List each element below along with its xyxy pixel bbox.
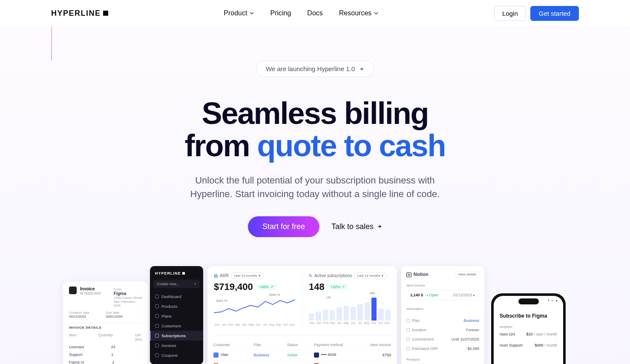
hero-line2a: from [184,129,257,163]
arr-icon [406,347,410,350]
hero-heading: Seamless billing from quote to cash [0,97,630,162]
customer-name: Notion [414,272,429,277]
info-value: Until 31/07/2025 [451,337,479,341]
sidebar-item-products[interactable]: Products [150,301,203,311]
month-tick: Jul [357,321,363,324]
chevron-down-icon [374,11,378,15]
month-tick: Oct [377,321,384,324]
arr-line-chart: $489.7K $658.7K DecJanFebMarAprMayJunJul… [214,296,296,327]
customer-detail-preview: NNotion View details Next invoice 1,140 … [401,266,484,364]
addr3: USA [114,304,142,307]
nav-product[interactable]: Product [224,9,254,17]
table-row[interactable]: Cron Custom Active •••• 1869 $490 [213,360,391,364]
chart-tooltip: $658.7K [269,293,280,296]
card-icon [314,353,319,358]
plus-icon: + [194,282,196,286]
next-invoice-card[interactable]: 1,140 $ Open 31/12/2023 ▸ [406,290,479,300]
th-plan: Plan [253,343,287,347]
due-date: 30/01/2024 [106,315,142,318]
company-icon [213,353,219,358]
nav-docs[interactable]: Docs [307,9,322,17]
table-row[interactable]: Alan Business Active •••• 8449 €750 [213,350,391,360]
sidebar-create-button[interactable]: Create new...+ [153,280,200,288]
invoice-number: N°2023-204 [80,291,101,295]
chart-tooltip: $489.7K [216,299,227,302]
product-preview-cluster: Invoice N°2023-204 From Figma 1256 Canon… [0,266,630,364]
announcement-text: We are launching Hyperline 1.0 [266,65,355,72]
period-select[interactable]: Last 12 months▾ [231,272,263,279]
invoices-icon [155,344,159,347]
line-item: Licenses [69,345,84,349]
arrow-right-icon [377,224,382,229]
subs-delta: +32% ↗ [328,284,348,290]
line-qty: 1 [112,360,114,364]
month-tick: Sep [275,323,282,326]
line-item: nses x24 [500,332,515,336]
sidebar-item-dashboard[interactable]: Dashboard [150,292,203,301]
dashboard-preview: ▤ARR Last 12 months▾ $719,400+48% ↗ $489… [207,266,397,364]
announcement-pill[interactable]: We are launching Hyperline 1.0 [256,60,374,77]
create-label: Create new... [157,282,179,286]
sidebar-item-plans[interactable]: Plans [150,311,203,321]
next-invoice: €750 [357,353,391,357]
sidebar-item-label: Coupons [161,353,178,358]
info-value: Business [463,318,479,323]
login-button[interactable]: Login [494,6,526,21]
info-heading: Information [406,307,479,311]
coupons-icon [155,353,159,357]
invoice-amount: 1,140 $ [410,293,423,297]
talk-to-sales-label: Talk to sales [331,222,374,231]
info-key: Plan [412,318,420,323]
arr-label: ARR [220,273,229,278]
chart-tooltip: 128 [326,296,331,299]
chevron-down-icon [250,11,254,15]
subs-label: Active subscriptions [314,273,352,278]
subs-value: 148 [309,281,325,292]
month-tick: Apr [336,321,343,324]
sidebar-item-customers[interactable]: Customers [150,321,203,331]
arr-icon: ▤ [214,273,218,278]
duration-icon [406,328,410,332]
col-unit: Uni (exc [135,333,142,341]
nav-pricing[interactable]: Pricing [270,9,291,17]
chevron-down-icon: ▾ [382,274,383,278]
month-tick: Feb [322,321,329,324]
arrow-right-icon [359,66,364,72]
sidebar-logo: HYPERLINE [150,270,203,280]
logo-mark-icon [103,11,108,16]
month-tick: Apr [241,323,248,326]
plans-icon [155,314,159,318]
month-tick: Sep [370,321,377,324]
created-date: 30/12/2023 [69,315,106,318]
nav-resources[interactable]: Resources [339,9,378,17]
sidebar-item-coupons[interactable]: Coupons [150,350,203,360]
arr-value: $719,400 [214,281,253,292]
hero-subtitle: Unlock the full potential of your subscr… [179,174,452,201]
sidebar-item-subscriptions[interactable]: Subscriptions [150,331,203,341]
invoice-preview-card: Invoice N°2023-204 From Figma 1256 Canon… [63,281,148,364]
status-bar-icons: ⁍ ᯤ ▮ [548,299,558,302]
period-select[interactable]: Last 12 months▾ [354,272,386,279]
month-tick: Jan [221,323,227,326]
invoice-date: 31/12/2023 ▸ [453,293,475,297]
price: $10 [526,332,532,336]
sidebar-item-invoices[interactable]: Invoices [150,341,203,350]
chevron-down-icon: ▾ [259,274,260,278]
month-tick: May [248,323,255,326]
talk-to-sales-link[interactable]: Talk to sales [331,222,382,231]
month-tick: May [343,321,350,324]
dashboard-icon [155,295,159,298]
info-value: $6,588 [467,347,479,351]
info-key: Commitment [412,337,434,341]
month-tick: Jun [255,323,262,326]
start-free-button[interactable]: Start for free [248,216,319,237]
nav-pricing-label: Pricing [270,9,291,17]
get-started-button[interactable]: Get started [530,6,579,21]
th-next: Next invoice [357,343,391,347]
month-tick: Dec [309,321,316,324]
view-details-button[interactable]: View details [455,271,479,278]
payment-method: •••• 8449 [321,353,336,357]
from-label: From [114,287,142,291]
subscriptions-icon [155,334,159,338]
logo[interactable]: HYPERLINE [51,9,108,18]
